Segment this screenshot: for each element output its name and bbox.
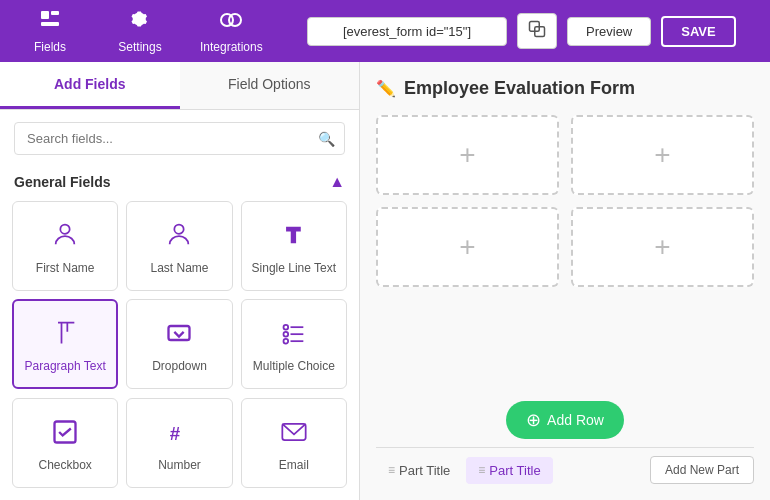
field-item-first-name[interactable]: First Name	[12, 201, 118, 291]
add-new-part-button[interactable]: Add New Part	[650, 456, 754, 484]
field-label-checkbox: Checkbox	[38, 458, 91, 472]
last-name-icon	[165, 221, 193, 255]
field-item-single-line[interactable]: TSingle Line Text	[241, 201, 347, 291]
nav-integrations[interactable]: Integrations	[200, 8, 263, 54]
section-toggle[interactable]: ▲	[329, 173, 345, 191]
field-item-last-name[interactable]: Last Name	[126, 201, 232, 291]
number-icon: #	[165, 418, 193, 452]
form-cell-1-1[interactable]: +	[376, 115, 559, 195]
svg-rect-0	[41, 11, 49, 19]
part-title-item-2[interactable]: ≡Part Title	[466, 457, 552, 484]
field-item-checkbox[interactable]: Checkbox	[12, 398, 118, 488]
right-panel: ✏️ Employee Evaluation Form + + + + ⊕ Ad…	[360, 62, 770, 500]
field-item-multiple-choice[interactable]: Multiple Choice	[241, 299, 347, 389]
field-item-email[interactable]: Email	[241, 398, 347, 488]
add-row-button[interactable]: ⊕ Add Row	[506, 401, 624, 439]
add-row-container: ⊕ Add Row	[376, 401, 754, 439]
save-button[interactable]: SAVE	[661, 16, 735, 47]
plus-circle-icon: ⊕	[526, 409, 541, 431]
form-cell-2-2[interactable]: +	[571, 207, 754, 287]
field-label-dropdown: Dropdown	[152, 359, 207, 373]
svg-point-11	[283, 325, 288, 330]
panel-tabs: Add Fields Field Options	[0, 62, 359, 110]
multiple-choice-icon	[280, 319, 308, 353]
svg-text:T: T	[287, 223, 300, 246]
form-cell-2-1[interactable]: +	[376, 207, 559, 287]
top-nav: Fields Settings Integrations [everest_fo…	[0, 0, 770, 62]
nav-settings-label: Settings	[118, 40, 161, 54]
part-title-label-1: Part Title	[399, 463, 450, 478]
left-panel: Add Fields Field Options 🔍 General Field…	[0, 62, 360, 500]
tab-field-options[interactable]: Field Options	[180, 62, 360, 109]
preview-button[interactable]: Preview	[567, 17, 651, 46]
svg-point-15	[283, 339, 288, 344]
svg-rect-1	[51, 11, 59, 15]
field-label-single-line: Single Line Text	[252, 261, 337, 275]
svg-point-13	[283, 332, 288, 337]
copy-shortcode-button[interactable]	[517, 13, 557, 49]
checkbox-icon	[51, 418, 79, 452]
settings-icon	[128, 8, 152, 38]
part-title-label-2: Part Title	[489, 463, 540, 478]
section-title: General Fields	[14, 174, 110, 190]
paragraph-icon	[51, 319, 79, 353]
section-header: General Fields ▲	[0, 167, 359, 201]
svg-point-7	[60, 225, 69, 234]
form-title: ✏️ Employee Evaluation Form	[376, 78, 754, 99]
nav-integrations-label: Integrations	[200, 40, 263, 54]
field-label-last-name: Last Name	[150, 261, 208, 275]
search-container: 🔍	[0, 110, 359, 167]
form-row-2: + +	[376, 207, 754, 287]
email-icon	[280, 418, 308, 452]
nav-center: [everest_form id="15"] Preview SAVE	[293, 13, 750, 49]
svg-point-8	[175, 225, 184, 234]
search-input[interactable]	[14, 122, 345, 155]
field-label-paragraph: Paragraph Text	[25, 359, 106, 373]
field-label-first-name: First Name	[36, 261, 95, 275]
drag-icon-2: ≡	[478, 463, 485, 477]
pencil-icon: ✏️	[376, 79, 396, 98]
field-item-number[interactable]: #Number	[126, 398, 232, 488]
shortcode-display[interactable]: [everest_form id="15"]	[307, 17, 507, 46]
integrations-icon	[218, 8, 244, 38]
form-row-1: + +	[376, 115, 754, 195]
search-icon: 🔍	[318, 131, 335, 147]
drag-icon-1: ≡	[388, 463, 395, 477]
nav-settings[interactable]: Settings	[110, 8, 170, 54]
field-item-dropdown[interactable]: Dropdown	[126, 299, 232, 389]
svg-rect-2	[41, 22, 59, 26]
part-title-bar: ≡Part Title≡Part TitleAdd New Part	[376, 447, 754, 484]
first-name-icon	[51, 221, 79, 255]
fields-icon	[38, 8, 62, 38]
fields-grid: First NameLast NameTSingle Line TextPara…	[0, 201, 359, 500]
main-layout: Add Fields Field Options 🔍 General Field…	[0, 62, 770, 500]
tab-add-fields[interactable]: Add Fields	[0, 62, 180, 109]
dropdown-icon	[165, 319, 193, 353]
nav-fields-label: Fields	[34, 40, 66, 54]
field-item-paragraph[interactable]: Paragraph Text	[12, 299, 118, 389]
form-cell-1-2[interactable]: +	[571, 115, 754, 195]
svg-text:#: #	[170, 423, 181, 444]
form-canvas: + + + +	[376, 115, 754, 397]
field-label-number: Number	[158, 458, 201, 472]
svg-point-4	[229, 14, 241, 26]
part-title-item-1[interactable]: ≡Part Title	[376, 457, 462, 484]
field-label-email: Email	[279, 458, 309, 472]
field-label-multiple-choice: Multiple Choice	[253, 359, 335, 373]
nav-fields[interactable]: Fields	[20, 8, 80, 54]
single-line-icon: T	[280, 221, 308, 255]
